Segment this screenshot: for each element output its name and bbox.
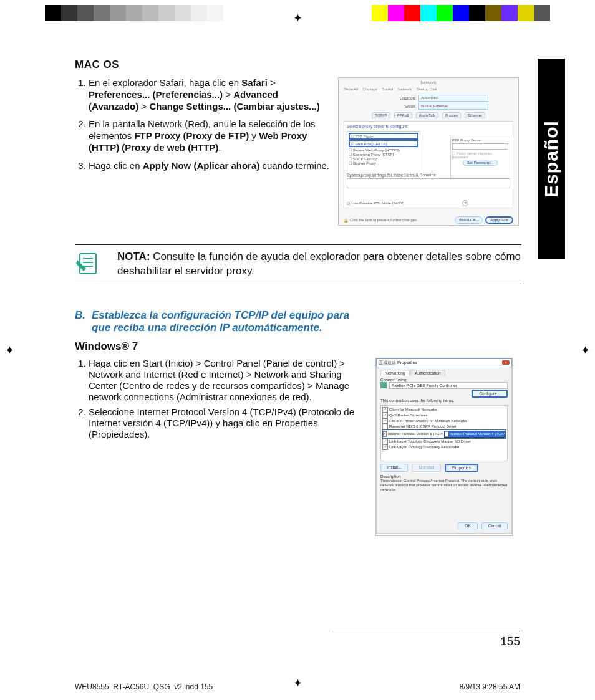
- ok-button[interactable]: OK: [458, 522, 477, 529]
- windows-steps: Haga clic en Start (Inicio) > Control Pa…: [75, 358, 368, 440]
- checkbox-label: Proxy server requires password: [452, 151, 492, 159]
- page-number: 155: [500, 635, 520, 648]
- item-label: Link-Layer Topology Discovery Mapper I/O…: [389, 439, 471, 443]
- label: Connect using:: [380, 378, 508, 382]
- proxy-list[interactable]: ☑ FTP Proxy ☑ Web Proxy (HTTP) ☐ Secure …: [347, 131, 420, 177]
- list-item[interactable]: Rawether NDIS 6 X SPR Protocol Driver: [382, 424, 506, 429]
- checkbox-row[interactable]: ☐ Proxy server requires password: [452, 151, 508, 159]
- set-password-button[interactable]: Set Password...: [463, 160, 498, 166]
- list-item: En la pantalla Network (Red), anule la s…: [89, 118, 331, 153]
- bold: FTP Proxy (Proxy de FTP): [134, 130, 249, 141]
- window-title: Network: [344, 80, 513, 85]
- separator: >: [268, 77, 276, 88]
- bypass-textarea[interactable]: [347, 178, 510, 188]
- dialog-body: Networking Authentication Connect using:…: [376, 367, 512, 534]
- properties-button[interactable]: Properties: [445, 464, 478, 472]
- item-label: Internet Protocol Version 6 (TCP/IPv6): [388, 432, 443, 436]
- assist-button[interactable]: Assist me...: [455, 216, 483, 224]
- apply-now-button[interactable]: Apply Now: [485, 216, 513, 224]
- separator: >: [223, 89, 233, 100]
- checkbox-label: Use Passive FTP Mode (PASV): [352, 201, 404, 205]
- step-text: .: [147, 429, 150, 439]
- items-list[interactable]: ✓Client for Microsoft Networks ✓QoS Pack…: [380, 405, 508, 461]
- macos-row: En el explorador Safari, haga clic en Sa…: [75, 77, 521, 226]
- label: Description: [380, 474, 508, 479]
- show-dropdown[interactable]: Built-in Ethernet: [418, 103, 488, 110]
- step-text: En el explorador Safari, haga clic en: [89, 77, 241, 88]
- list-item[interactable]: ☐ SOCKS Proxy: [349, 156, 418, 161]
- adapter-icon: [380, 382, 387, 388]
- macos-network-dialog: Network Show All Displays Sound Network …: [338, 77, 519, 226]
- list-item[interactable]: ✓Internet Protocol Version 6 (TCP/IPv6): [383, 431, 443, 437]
- slug-filename: WEU8555_RT-AC56U_QSG_v2.indd 155: [75, 683, 213, 691]
- list-item[interactable]: ✓Link-Layer Topology Discovery Mapper I/…: [382, 439, 506, 444]
- tab[interactable]: PPPoE: [394, 112, 412, 118]
- windows-properties-dialog: 區域連線 Properties × Networking Authenticat…: [375, 358, 513, 536]
- list-item[interactable]: ☐ Secure Web Proxy (HTTPS): [349, 148, 418, 152]
- toolbar-item[interactable]: Sound: [382, 87, 393, 91]
- bold: Start (Inicio): [143, 358, 193, 368]
- slug-line: WEU8555_RT-AC56U_QSG_v2.indd 155 8/9/13 …: [75, 683, 520, 691]
- page-content: MAC OS En el explorador Safari, haga cli…: [75, 59, 521, 536]
- tab-authentication[interactable]: Authentication: [410, 370, 445, 376]
- section-letter: B.: [75, 309, 85, 334]
- list-item[interactable]: ☑ Web Proxy (HTTP): [349, 140, 418, 147]
- language-tab: Español: [538, 59, 565, 259]
- list-item[interactable]: ☐ Streaming Proxy (RTSP): [349, 152, 418, 156]
- list-item[interactable]: ✓Link-Layer Topology Discovery Responder: [382, 444, 506, 450]
- toolbar-item[interactable]: Network: [398, 87, 412, 91]
- toolbar-item[interactable]: Displays: [363, 87, 377, 91]
- close-icon[interactable]: ×: [502, 360, 510, 365]
- list-item[interactable]: ✓File and Printer Sharing for Microsoft …: [382, 418, 506, 424]
- location-dropdown[interactable]: Automatic: [418, 95, 488, 102]
- toolbar-item[interactable]: Startup Disk: [417, 87, 437, 91]
- toolbar-item[interactable]: Show All: [344, 87, 358, 91]
- mac-tabs: TCP/IP PPPoE AppleTalk Proxies Ethernet: [344, 112, 513, 118]
- label: Show:: [405, 104, 416, 108]
- tab[interactable]: AppleTalk: [416, 112, 438, 118]
- proxy-address-input[interactable]: [452, 143, 508, 150]
- description-text: Transmission Control Protocol/Internet P…: [380, 479, 508, 492]
- configure-button[interactable]: Configure...: [472, 390, 508, 398]
- bold: Network and Internet (Red e Internet): [89, 369, 243, 380]
- registration-mark-icon: ✦: [5, 343, 14, 357]
- item-label: Web Proxy (HTTP): [356, 142, 387, 146]
- help-icon[interactable]: ?: [462, 200, 468, 206]
- label: This connection uses the following items…: [380, 398, 508, 403]
- list-item-selected[interactable]: ✓Internet Protocol Version 4 (TCP/IPv4): [444, 431, 505, 438]
- item-label: Gopher Proxy: [353, 161, 376, 165]
- tab[interactable]: Proxies: [442, 112, 461, 118]
- list-item[interactable]: ✓Client for Microsoft Networks: [382, 407, 506, 413]
- step-text: Haga clic en: [89, 358, 143, 368]
- list-item[interactable]: ☐ Gopher Proxy: [349, 161, 418, 165]
- separator: >: [305, 380, 316, 391]
- svg-rect-0: [80, 254, 96, 274]
- heading-windows7: Windows® 7: [75, 340, 521, 353]
- dialog-footer: OK Cancel: [458, 522, 508, 529]
- checkbox[interactable]: ☑: [347, 201, 350, 206]
- item-label: File and Printer Sharing for Microsoft N…: [389, 419, 467, 423]
- mac-footer: 🔒Click the lock to prevent further chang…: [344, 216, 513, 224]
- cancel-button[interactable]: Cancel: [481, 522, 508, 529]
- step-text: cuando termine.: [259, 160, 329, 171]
- install-button[interactable]: Install...: [380, 464, 408, 472]
- section-title: Establezca la configuración TCP/IP del e…: [92, 309, 354, 334]
- note-box: NOTA: Consulte la función de ayuda del e…: [75, 244, 521, 284]
- step-text: y haga clic en: [213, 418, 275, 428]
- item-label: FTP Proxy: [356, 135, 373, 138]
- list-item: En el explorador Safari, haga clic en Sa…: [89, 77, 331, 112]
- windows-row: Haga clic en Start (Inicio) > Control Pa…: [75, 358, 521, 536]
- list-item[interactable]: ☑ FTP Proxy: [349, 133, 418, 140]
- label: Select a proxy server to configure:: [347, 124, 510, 128]
- footer-rule: [332, 631, 520, 631]
- color-bar: [356, 5, 550, 21]
- tab[interactable]: TCP/IP: [372, 112, 390, 118]
- tab-networking[interactable]: Networking: [380, 370, 410, 376]
- lock-text: Click the lock to prevent further change…: [350, 218, 418, 222]
- list-item[interactable]: ✓QoS Packet Scheduler: [382, 413, 506, 418]
- list-item: Seleccione Internet Protocol Version 4 (…: [89, 406, 368, 440]
- registration-mark-icon: ✦: [293, 11, 302, 25]
- lock-icon[interactable]: 🔒: [344, 218, 348, 223]
- uninstall-button[interactable]: Uninstall: [412, 464, 441, 472]
- tab[interactable]: Ethernet: [465, 112, 485, 118]
